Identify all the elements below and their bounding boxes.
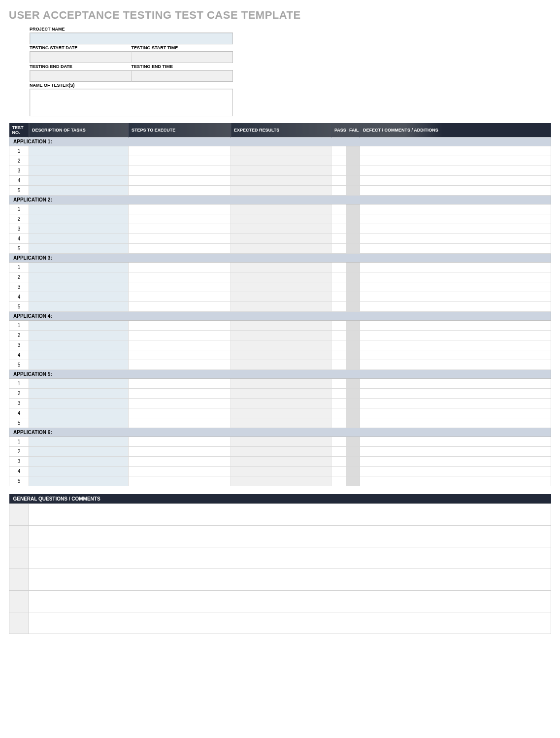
cell-steps[interactable] xyxy=(129,272,231,282)
cell-pass[interactable] xyxy=(331,379,346,389)
cell-expected[interactable] xyxy=(231,156,331,166)
cell-pass[interactable] xyxy=(331,331,346,340)
cell-steps[interactable] xyxy=(129,467,231,476)
cell-defect[interactable] xyxy=(360,331,551,340)
cell-defect[interactable] xyxy=(360,234,551,244)
cell-expected[interactable] xyxy=(231,457,331,467)
cell-defect[interactable] xyxy=(360,302,551,312)
cell-pass[interactable] xyxy=(331,292,346,302)
cell-expected[interactable] xyxy=(231,408,331,418)
cell-steps[interactable] xyxy=(129,166,231,176)
comments-body-cell[interactable] xyxy=(29,526,551,547)
cell-fail[interactable] xyxy=(346,379,360,389)
cell-pass[interactable] xyxy=(331,146,346,156)
cell-steps[interactable] xyxy=(129,186,231,196)
cell-description[interactable] xyxy=(29,331,129,340)
input-start-time[interactable] xyxy=(132,51,233,63)
cell-defect[interactable] xyxy=(360,437,551,447)
cell-pass[interactable] xyxy=(331,186,346,196)
cell-description[interactable] xyxy=(29,263,129,272)
cell-expected[interactable] xyxy=(231,166,331,176)
cell-fail[interactable] xyxy=(346,321,360,331)
cell-steps[interactable] xyxy=(129,234,231,244)
cell-expected[interactable] xyxy=(231,272,331,282)
cell-pass[interactable] xyxy=(331,476,346,486)
comments-body-cell[interactable] xyxy=(29,612,551,634)
cell-defect[interactable] xyxy=(360,350,551,360)
cell-fail[interactable] xyxy=(346,234,360,244)
comments-body-cell[interactable] xyxy=(29,504,551,526)
cell-expected[interactable] xyxy=(231,476,331,486)
cell-pass[interactable] xyxy=(331,214,346,224)
input-start-date[interactable] xyxy=(30,51,132,63)
cell-fail[interactable] xyxy=(346,350,360,360)
cell-steps[interactable] xyxy=(129,379,231,389)
cell-description[interactable] xyxy=(29,234,129,244)
cell-fail[interactable] xyxy=(346,389,360,399)
cell-expected[interactable] xyxy=(231,224,331,234)
cell-defect[interactable] xyxy=(360,156,551,166)
cell-steps[interactable] xyxy=(129,437,231,447)
cell-defect[interactable] xyxy=(360,399,551,408)
cell-expected[interactable] xyxy=(231,350,331,360)
cell-description[interactable] xyxy=(29,340,129,350)
cell-defect[interactable] xyxy=(360,214,551,224)
cell-steps[interactable] xyxy=(129,214,231,224)
cell-expected[interactable] xyxy=(231,437,331,447)
comments-label-cell[interactable] xyxy=(9,569,29,591)
cell-pass[interactable] xyxy=(331,389,346,399)
cell-defect[interactable] xyxy=(360,389,551,399)
cell-expected[interactable] xyxy=(231,263,331,272)
cell-steps[interactable] xyxy=(129,350,231,360)
cell-steps[interactable] xyxy=(129,224,231,234)
cell-fail[interactable] xyxy=(346,244,360,254)
cell-fail[interactable] xyxy=(346,204,360,214)
cell-expected[interactable] xyxy=(231,379,331,389)
cell-description[interactable] xyxy=(29,408,129,418)
cell-pass[interactable] xyxy=(331,457,346,467)
cell-expected[interactable] xyxy=(231,176,331,186)
cell-description[interactable] xyxy=(29,350,129,360)
cell-steps[interactable] xyxy=(129,282,231,292)
cell-description[interactable] xyxy=(29,476,129,486)
cell-pass[interactable] xyxy=(331,350,346,360)
comments-label-cell[interactable] xyxy=(9,547,29,569)
cell-steps[interactable] xyxy=(129,457,231,467)
cell-steps[interactable] xyxy=(129,389,231,399)
input-project-name[interactable] xyxy=(30,33,233,44)
cell-description[interactable] xyxy=(29,399,129,408)
cell-description[interactable] xyxy=(29,146,129,156)
cell-description[interactable] xyxy=(29,156,129,166)
cell-pass[interactable] xyxy=(331,166,346,176)
cell-pass[interactable] xyxy=(331,340,346,350)
cell-description[interactable] xyxy=(29,447,129,457)
cell-fail[interactable] xyxy=(346,447,360,457)
cell-pass[interactable] xyxy=(331,224,346,234)
cell-fail[interactable] xyxy=(346,457,360,467)
cell-fail[interactable] xyxy=(346,176,360,186)
cell-description[interactable] xyxy=(29,292,129,302)
cell-expected[interactable] xyxy=(231,360,331,370)
cell-description[interactable] xyxy=(29,186,129,196)
cell-fail[interactable] xyxy=(346,186,360,196)
cell-defect[interactable] xyxy=(360,457,551,467)
cell-fail[interactable] xyxy=(346,214,360,224)
cell-description[interactable] xyxy=(29,321,129,331)
cell-expected[interactable] xyxy=(231,214,331,224)
cell-fail[interactable] xyxy=(346,282,360,292)
cell-description[interactable] xyxy=(29,272,129,282)
cell-steps[interactable] xyxy=(129,418,231,428)
cell-fail[interactable] xyxy=(346,437,360,447)
input-end-date[interactable] xyxy=(30,70,132,82)
cell-pass[interactable] xyxy=(331,399,346,408)
cell-steps[interactable] xyxy=(129,321,231,331)
cell-expected[interactable] xyxy=(231,340,331,350)
cell-defect[interactable] xyxy=(360,447,551,457)
cell-description[interactable] xyxy=(29,418,129,428)
cell-defect[interactable] xyxy=(360,321,551,331)
cell-description[interactable] xyxy=(29,282,129,292)
cell-description[interactable] xyxy=(29,457,129,467)
cell-defect[interactable] xyxy=(360,146,551,156)
cell-expected[interactable] xyxy=(231,447,331,457)
cell-description[interactable] xyxy=(29,437,129,447)
